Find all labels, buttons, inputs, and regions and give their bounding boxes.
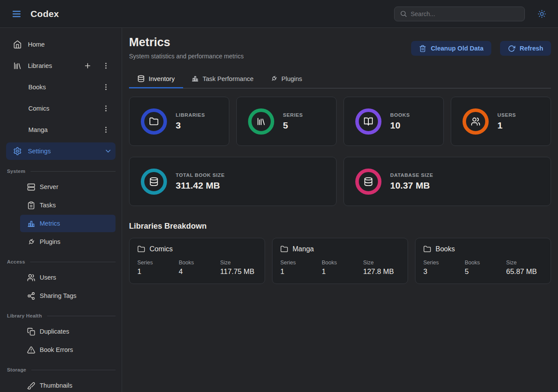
sidebar-item-label: Book Errors: [40, 346, 73, 353]
kebab-menu-icon: [102, 62, 110, 70]
stat-label: LIBRARIES: [176, 112, 205, 118]
library-card-name: Manga: [293, 245, 314, 253]
sidebar-item-duplicates[interactable]: Duplicates: [20, 323, 116, 340]
clipboard-icon: [27, 201, 35, 210]
database-icon: [364, 177, 373, 186]
sidebar-item-label: Tasks: [40, 202, 56, 209]
library-books-menu-button[interactable]: [100, 81, 112, 93]
alert-triangle-icon: [27, 346, 35, 354]
menu-button[interactable]: [9, 6, 24, 22]
search-icon: [400, 10, 407, 17]
tab-inventory[interactable]: Inventory: [129, 71, 183, 88]
books-count: 5: [465, 267, 506, 276]
sidebar-item-library-books[interactable]: Books: [6, 78, 116, 96]
stat-card-books: BOOKS 10: [344, 97, 444, 146]
theme-toggle-button[interactable]: [534, 7, 549, 21]
tab-task-performance[interactable]: Task Performance: [183, 71, 262, 88]
books-count: 4: [179, 267, 220, 276]
libraries-ring: [141, 108, 167, 135]
series-count: 1: [280, 267, 322, 276]
library-card-name: Comics: [150, 245, 173, 253]
stat-value: 10.37 MB: [390, 180, 433, 191]
stat-label: BOOKS: [390, 112, 410, 118]
add-library-button[interactable]: [82, 60, 94, 72]
book-open-icon: [364, 117, 373, 126]
sidebar-item-label: Duplicates: [40, 328, 69, 335]
sun-icon: [538, 10, 546, 18]
library-comics-menu-button[interactable]: [100, 102, 112, 115]
bar-chart-icon: [191, 75, 199, 82]
library-card-books: Books Series 3 Books 5 Size 65.87 MB: [415, 238, 551, 284]
search-input[interactable]: [411, 10, 519, 17]
sidebar-item-library-comics[interactable]: Comics: [6, 100, 116, 117]
col-label-books: Books: [465, 260, 506, 266]
sidebar-item-libraries[interactable]: Libraries: [6, 57, 116, 74]
folder-icon: [149, 117, 159, 126]
stat-card-libraries: LIBRARIES 3: [129, 97, 229, 146]
col-label-books: Books: [322, 260, 363, 266]
col-label-size: Size: [363, 260, 394, 266]
tab-label: Task Performance: [203, 75, 254, 82]
sidebar-item-users[interactable]: Users: [20, 269, 116, 286]
plug-icon: [27, 238, 35, 246]
sidebar-item-server[interactable]: Server: [20, 178, 116, 196]
sidebar-item-book-errors[interactable]: Book Errors: [20, 341, 116, 358]
tab-label: Inventory: [149, 75, 175, 82]
sidebar-item-metrics[interactable]: Metrics: [20, 215, 116, 232]
library-card-manga: Manga Series 1 Books 1 Size 127.8 MB: [272, 238, 408, 284]
button-label: Cleanup Old Data: [431, 45, 483, 52]
gear-icon: [13, 147, 22, 155]
library-card-comics: Comics Series 1 Books 4 Size 117.75 MB: [129, 238, 265, 284]
page-subtitle: System statistics and performance metric…: [129, 53, 244, 60]
sidebar-item-plugins[interactable]: Plugins: [20, 233, 116, 250]
books-count: 1: [322, 267, 363, 276]
size-value: 65.87 MB: [506, 267, 537, 276]
libraries-breakdown-title: Libraries Breakdown: [129, 222, 551, 231]
stat-label: SERIES: [283, 112, 303, 118]
sidebar-item-library-manga[interactable]: Manga: [6, 121, 116, 139]
stat-card-users: USERS 1: [451, 97, 551, 146]
sidebar-item-thumbnails[interactable]: Thumbnails: [20, 377, 116, 392]
sidebar-item-sharing-tags[interactable]: Sharing Tags: [20, 287, 116, 304]
library-icon: [256, 117, 266, 126]
sidebar-item-label: Metrics: [40, 220, 60, 227]
stat-card-series: SERIES 5: [236, 97, 337, 146]
series-count: 1: [137, 267, 179, 276]
share-icon: [27, 292, 35, 300]
bar-chart-icon: [27, 220, 35, 228]
library-manga-menu-button[interactable]: [100, 124, 112, 136]
sidebar-section-library-health: Library Health: [6, 313, 116, 318]
sidebar-item-home[interactable]: Home: [6, 36, 116, 53]
sidebar-section-system: System: [6, 169, 116, 174]
refresh-button[interactable]: Refresh: [500, 41, 551, 56]
tab-plugins[interactable]: Plugins: [262, 71, 311, 88]
trash-icon: [419, 45, 426, 52]
stat-label: TOTAL BOOK SIZE: [176, 172, 225, 178]
cleanup-old-data-button[interactable]: Cleanup Old Data: [411, 41, 491, 56]
section-divider: [31, 171, 116, 172]
tab-bar: Inventory Task Performance Plugins: [129, 71, 551, 88]
app-title: Codex: [31, 9, 59, 19]
search-box[interactable]: [394, 7, 525, 21]
page-title: Metrics: [129, 36, 244, 49]
sidebar-item-label: Settings: [28, 148, 98, 155]
users-icon: [27, 274, 35, 282]
refresh-icon: [508, 45, 515, 52]
section-label: Access: [7, 259, 25, 264]
col-label-size: Size: [220, 260, 255, 266]
library-card-name: Books: [436, 245, 455, 253]
libraries-menu-button[interactable]: [100, 60, 112, 72]
sidebar-item-settings[interactable]: Settings: [6, 142, 116, 160]
folder-icon: [137, 245, 145, 253]
users-ring: [463, 108, 489, 135]
tab-label: Plugins: [282, 75, 303, 82]
col-label-series: Series: [280, 260, 322, 266]
main-content: Metrics System statistics and performanc…: [122, 28, 558, 392]
sidebar-item-label: Libraries: [28, 62, 75, 69]
stat-value: 10: [390, 120, 410, 131]
series-count: 3: [423, 267, 465, 276]
stat-value: 3: [176, 120, 205, 131]
sidebar-item-tasks[interactable]: Tasks: [20, 196, 116, 214]
button-label: Refresh: [520, 45, 543, 52]
server-icon: [27, 183, 35, 191]
